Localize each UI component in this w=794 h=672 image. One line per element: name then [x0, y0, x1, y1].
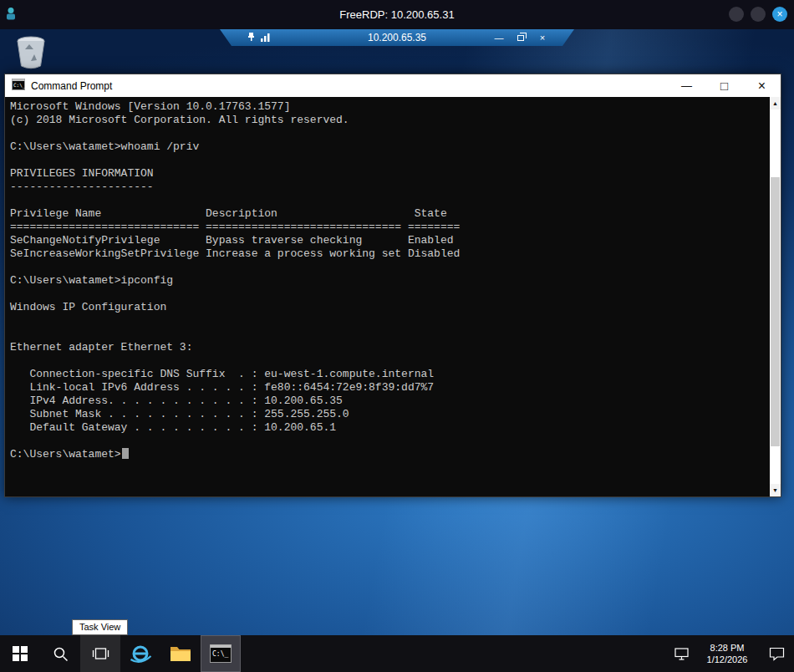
- clock-date: 1/12/2026: [707, 654, 748, 665]
- terminal-line: [10, 314, 766, 328]
- rdp-restore-button[interactable]: [514, 31, 527, 44]
- monitor-icon: [674, 648, 689, 660]
- terminal-output: Microsoft Windows [Version 10.0.17763.15…: [10, 100, 766, 448]
- terminal-line: Windows IP Configuration: [10, 301, 766, 314]
- taskbar: C:\_ 8:28 PM 1/12/2026: [0, 635, 794, 672]
- task-view-icon: [92, 646, 109, 661]
- taskbar-spacer: [241, 635, 667, 672]
- scrollbar-thumb[interactable]: [771, 177, 780, 447]
- search-button[interactable]: [40, 635, 80, 672]
- freerdp-titlebar: FreeRDP: 10.200.65.31 ×: [0, 0, 794, 29]
- terminal-line: Subnet Mask . . . . . . . . . . . : 255.…: [10, 408, 766, 421]
- terminal-line: Connection-specific DNS Suffix . : eu-we…: [10, 368, 766, 381]
- terminal-line: IPv4 Address. . . . . . . . . . . : 10.2…: [10, 395, 766, 408]
- action-center-button[interactable]: [759, 635, 794, 672]
- terminal-line: [10, 194, 766, 207]
- rdp-close-button[interactable]: ×: [536, 31, 549, 44]
- terminal-line: [10, 154, 766, 167]
- terminal-line: Privilege Name Description State: [10, 207, 766, 221]
- recycle-bin-icon[interactable]: [12, 34, 50, 71]
- command-prompt-taskbar-button[interactable]: C:\_: [201, 635, 241, 672]
- folder-icon: [170, 644, 191, 663]
- cmd-taskbar-icon: C:\_: [210, 644, 232, 663]
- search-icon: [53, 646, 69, 662]
- scroll-up-icon[interactable]: ▲: [770, 97, 781, 109]
- terminal-line: [10, 328, 766, 341]
- terminal-line: SeIncreaseWorkingSetPrivilege Increase a…: [10, 247, 766, 261]
- internet-explorer-button[interactable]: [120, 635, 160, 672]
- screen: FreeRDP: 10.200.65.31 ×: [0, 0, 794, 672]
- terminal-line: ----------------------: [10, 181, 766, 194]
- restore-icon: [517, 35, 524, 41]
- terminal[interactable]: Microsoft Windows [Version 10.0.17763.15…: [5, 97, 770, 496]
- tray-remote-session-button[interactable]: [667, 635, 695, 672]
- terminal-line: Link-local IPv6 Address . . . . . : fe80…: [10, 381, 766, 395]
- terminal-line: [10, 127, 766, 140]
- terminal-line: [10, 288, 766, 301]
- start-button[interactable]: [0, 635, 40, 672]
- taskbar-clock[interactable]: 8:28 PM 1/12/2026: [695, 635, 759, 672]
- terminal-line: [10, 261, 766, 274]
- terminal-prompt-line: C:\Users\watamet>: [10, 448, 766, 461]
- terminal-scrollbar[interactable]: ▲ ▼: [770, 97, 781, 496]
- freerdp-minimize-button[interactable]: [729, 7, 744, 22]
- terminal-line: [10, 354, 766, 368]
- rdp-connection-bar: 10.200.65.35 — ×: [220, 29, 574, 46]
- cmd-window-title: Command Prompt: [31, 80, 668, 92]
- cmd-maximize-button[interactable]: □: [705, 74, 743, 97]
- desktop[interactable]: 10.200.65.35 — × C:\_ Command Prompt — □…: [0, 29, 794, 635]
- task-view-button[interactable]: [80, 635, 120, 672]
- cmd-titlebar: C:\_ Command Prompt — □ ×: [5, 74, 781, 97]
- scrollbar-track[interactable]: [770, 109, 781, 484]
- svg-text:C:\_: C:\_: [13, 82, 25, 89]
- terminal-prompt: C:\Users\watamet>: [10, 448, 121, 461]
- terminal-line: C:\Users\watamet>whoami /priv: [10, 140, 766, 154]
- internet-explorer-icon: [129, 642, 152, 665]
- terminal-line: PRIVILEGES INFORMATION: [10, 167, 766, 181]
- terminal-line: SeChangeNotifyPrivilege Bypass traverse …: [10, 234, 766, 247]
- terminal-line: C:\Users\watamet>ipconfig: [10, 274, 766, 288]
- rdp-minimize-button[interactable]: —: [492, 31, 506, 44]
- command-prompt-window: C:\_ Command Prompt — □ × Microsoft Wind…: [4, 74, 781, 497]
- terminal-line: Microsoft Windows [Version 10.0.17763.15…: [10, 100, 766, 114]
- cmd-body: Microsoft Windows [Version 10.0.17763.15…: [5, 97, 781, 496]
- cmd-close-button[interactable]: ×: [743, 74, 781, 97]
- cmd-minimize-button[interactable]: —: [668, 74, 705, 97]
- freerdp-maximize-button[interactable]: [751, 7, 766, 22]
- terminal-line: ============================= ==========…: [10, 221, 766, 234]
- file-explorer-button[interactable]: [160, 635, 201, 672]
- freerdp-window-title: FreeRDP: 10.200.65.31: [0, 8, 794, 21]
- cmd-icon: C:\_: [12, 79, 25, 94]
- windows-logo-icon: [13, 646, 28, 661]
- freerdp-close-button[interactable]: ×: [772, 7, 787, 22]
- terminal-line: [10, 435, 766, 448]
- svg-text:C:\_: C:\_: [212, 650, 228, 658]
- terminal-line: Default Gateway . . . . . . . . . : 10.2…: [10, 421, 766, 435]
- action-center-icon: [769, 647, 785, 661]
- terminal-line: (c) 2018 Microsoft Corporation. All righ…: [10, 114, 766, 127]
- clock-time: 8:28 PM: [710, 642, 745, 654]
- terminal-cursor: [122, 448, 129, 459]
- terminal-line: Ethernet adapter Ethernet 3:: [10, 341, 766, 354]
- scroll-down-icon[interactable]: ▼: [770, 484, 781, 496]
- task-view-tooltip: Task View: [72, 619, 128, 635]
